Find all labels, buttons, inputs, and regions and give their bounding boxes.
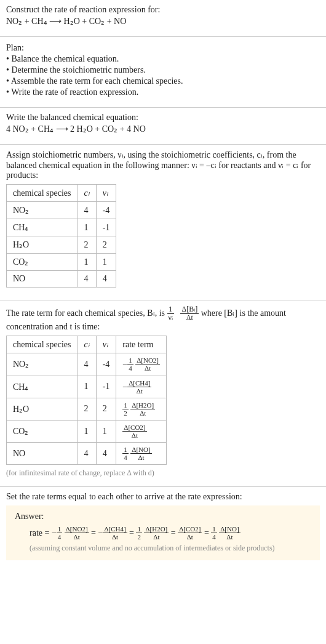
equals-sign: = bbox=[127, 528, 137, 537]
equals-sign: = bbox=[89, 528, 98, 537]
cell-rate-term: Δ[CO2]Δt bbox=[116, 420, 167, 442]
answer-note: (assuming constant volume and no accumul… bbox=[30, 544, 311, 553]
balanced-equation: 4 NO₂ + CH₄ ⟶ 2 H₂O + CO₂ + 4 NO bbox=[6, 124, 320, 134]
stoich-table: chemical species cᵢ νᵢ NO₂ 4 -4 CH₄ 1 -1… bbox=[6, 184, 116, 288]
col-ci: cᵢ bbox=[78, 336, 96, 353]
frac-num: 1 bbox=[167, 305, 174, 314]
cell-ci: 1 bbox=[78, 219, 96, 236]
frac-num: Δ[NO] bbox=[219, 525, 240, 533]
cell-species: H₂O bbox=[7, 398, 78, 420]
table-row: H₂O 2 2 bbox=[7, 236, 116, 254]
answer-equation: rate = −14 Δ[NO2]Δt = −Δ[CH4]Δt = 12 Δ[H… bbox=[30, 525, 311, 541]
frac-num: Δ[Bᵢ] bbox=[180, 305, 199, 314]
prompt-text: Construct the rate of reaction expressio… bbox=[6, 5, 320, 15]
section-final: Set the rate terms equal to each other t… bbox=[0, 487, 326, 568]
cell-vi: -4 bbox=[96, 353, 116, 376]
frac-num: Δ[CO2] bbox=[178, 525, 202, 533]
cell-vi: 2 bbox=[96, 236, 116, 254]
fraction-coefficient: 14 bbox=[122, 446, 129, 461]
frac-num: 1 bbox=[122, 446, 129, 454]
frac-num: Δ[NO2] bbox=[65, 525, 89, 533]
col-ci: cᵢ bbox=[78, 185, 96, 202]
frac-den: 2 bbox=[136, 533, 142, 541]
cell-ci: 4 bbox=[78, 271, 96, 288]
frac-den: Δt bbox=[180, 314, 199, 322]
fraction-delta: Δ[CO2]Δt bbox=[122, 424, 146, 439]
fraction-delta: Δ[Bᵢ] Δt bbox=[180, 305, 199, 322]
final-intro: Set the rate terms equal to each other t… bbox=[6, 492, 320, 502]
minus-sign: − bbox=[122, 360, 127, 369]
col-species: chemical species bbox=[7, 185, 78, 202]
frac-num: 1 bbox=[211, 525, 217, 533]
cell-rate-term: −14 Δ[NO2]Δt bbox=[116, 353, 167, 376]
frac-den: Δt bbox=[103, 533, 127, 541]
frac-den: Δt bbox=[135, 364, 160, 372]
frac-den: Δt bbox=[178, 533, 202, 541]
section-balanced: Write the balanced chemical equation: 4 … bbox=[0, 108, 326, 145]
cell-species: NO bbox=[7, 271, 78, 288]
fraction-delta: Δ[H2O]Δt bbox=[130, 401, 155, 417]
cell-species: CH₄ bbox=[7, 376, 78, 398]
col-species: chemical species bbox=[7, 336, 78, 353]
col-vi: νᵢ bbox=[96, 185, 116, 202]
frac-den: νᵢ bbox=[167, 314, 174, 322]
rate-table: chemical species cᵢ νᵢ rate term NO₂4-4−… bbox=[6, 336, 167, 465]
cell-species: H₂O bbox=[7, 236, 78, 254]
col-rate: rate term bbox=[116, 336, 167, 353]
minus-sign: − bbox=[52, 528, 57, 537]
frac-num: Δ[NO2] bbox=[135, 356, 160, 364]
fraction-coefficient: 12 bbox=[122, 401, 129, 417]
cell-vi: 4 bbox=[96, 271, 116, 288]
frac-num: 1 bbox=[127, 356, 133, 364]
minus-sign: − bbox=[122, 382, 127, 391]
plan-item: • Write the rate of reaction expression. bbox=[6, 87, 320, 97]
table-header-row: chemical species cᵢ νᵢ rate term bbox=[7, 336, 167, 353]
cell-vi: 4 bbox=[96, 443, 116, 465]
table-row: NO₂4-4−14 Δ[NO2]Δt bbox=[7, 353, 167, 376]
fraction-coefficient: 14 bbox=[211, 525, 217, 541]
frac-den: 4 bbox=[211, 533, 217, 541]
frac-num: 1 bbox=[57, 525, 63, 533]
fraction-delta: Δ[NO]Δt bbox=[219, 525, 240, 541]
cell-species: CO₂ bbox=[7, 420, 78, 442]
cell-vi: -1 bbox=[96, 219, 116, 236]
answer-label: Answer: bbox=[15, 512, 311, 521]
unbalanced-equation: NO₂ + CH₄ ⟶ H₂O + CO₂ + NO bbox=[6, 16, 320, 26]
col-vi: νᵢ bbox=[96, 336, 116, 353]
fraction-coefficient: 1 νᵢ bbox=[167, 305, 174, 322]
cell-vi: 1 bbox=[96, 420, 116, 442]
fraction-delta: Δ[NO2]Δt bbox=[65, 525, 89, 541]
frac-num: Δ[H2O] bbox=[144, 525, 169, 533]
table-row: NO₂ 4 -4 bbox=[7, 202, 116, 219]
frac-den: Δt bbox=[127, 387, 151, 395]
table-row: CH₄1-1−Δ[CH4]Δt bbox=[7, 376, 167, 398]
cell-ci: 4 bbox=[78, 202, 96, 219]
frac-den: 4 bbox=[127, 364, 133, 372]
frac-num: Δ[CO2] bbox=[122, 424, 146, 432]
fraction-delta: Δ[H2O]Δt bbox=[144, 525, 169, 541]
frac-den: Δt bbox=[122, 432, 146, 439]
fraction-coefficient: 14 bbox=[127, 356, 133, 372]
frac-num: Δ[CH4] bbox=[103, 525, 127, 533]
cell-species: NO₂ bbox=[7, 202, 78, 219]
rate-intro-before: The rate term for each chemical species,… bbox=[6, 308, 167, 318]
fraction-delta: Δ[NO2]Δt bbox=[135, 356, 160, 372]
frac-num: Δ[H2O] bbox=[130, 401, 155, 409]
plan-item: • Assemble the rate term for each chemic… bbox=[6, 76, 320, 86]
plan-item: • Balance the chemical equation. bbox=[6, 54, 320, 64]
cell-ci: 1 bbox=[78, 254, 96, 271]
section-plan: Plan: • Balance the chemical equation. •… bbox=[0, 37, 326, 108]
frac-num: Δ[NO] bbox=[130, 446, 151, 454]
cell-vi: 2 bbox=[96, 398, 116, 420]
cell-ci: 1 bbox=[78, 376, 96, 398]
fraction-coefficient: 12 bbox=[136, 525, 142, 541]
table-row: CO₂11Δ[CO2]Δt bbox=[7, 420, 167, 442]
section-stoich: Assign stoichiometric numbers, νᵢ, using… bbox=[0, 145, 326, 300]
frac-num: 1 bbox=[122, 401, 129, 409]
table-row: H₂O2212 Δ[H2O]Δt bbox=[7, 398, 167, 420]
rate-label: rate = bbox=[30, 528, 52, 537]
cell-ci: 4 bbox=[78, 443, 96, 465]
frac-den: Δt bbox=[65, 533, 89, 541]
cell-vi: -1 bbox=[96, 376, 116, 398]
cell-ci: 2 bbox=[78, 236, 96, 254]
